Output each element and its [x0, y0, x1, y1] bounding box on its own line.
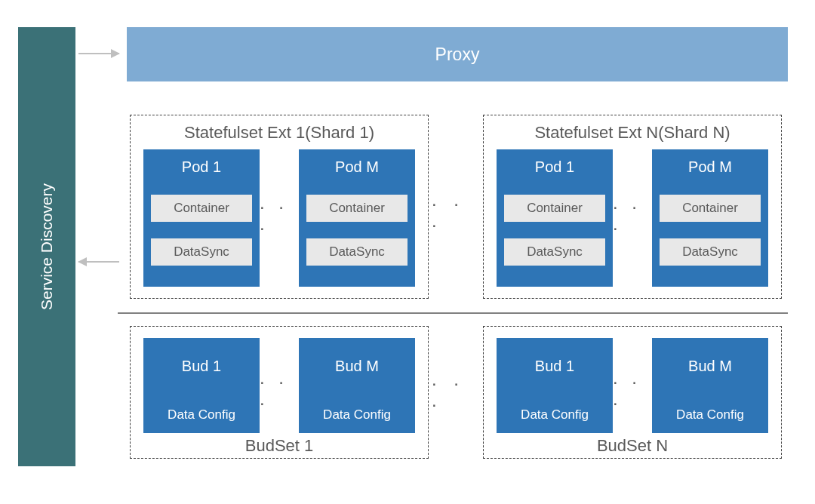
budset-1-title: BudSet 1: [130, 436, 429, 456]
pod-title: Pod 1: [143, 158, 260, 176]
ellipsis-icon: . . .: [613, 377, 652, 400]
proxy-label: Proxy: [435, 45, 480, 65]
ellipsis-icon: . . .: [260, 202, 299, 225]
bud-title: Bud M: [652, 358, 768, 375]
service-discovery-panel: Service Discovery: [18, 27, 75, 466]
bud-m-set-n: Bud M Data Config: [652, 338, 768, 433]
pod-1-shard-1: Pod 1 Container DataSync: [143, 149, 260, 287]
proxy-box: Proxy: [127, 27, 788, 81]
container-label: Container: [660, 195, 761, 222]
arrow-to-proxy-icon: [78, 53, 119, 54]
bud-sub: Data Config: [143, 407, 260, 423]
bud-1-set-1: Bud 1 Data Config: [143, 338, 260, 433]
ellipsis-icon: . . .: [260, 377, 299, 400]
bud-1-set-n: Bud 1 Data Config: [497, 338, 613, 433]
bud-title: Bud M: [299, 358, 415, 375]
service-discovery-label: Service Discovery: [38, 183, 56, 310]
shard-1-title: Statefulset Ext 1(Shard 1): [131, 123, 428, 143]
container-label: Container: [306, 195, 408, 222]
ellipsis-icon: . . .: [613, 202, 652, 225]
ellipsis-icon: . . .: [432, 379, 480, 401]
bud-sub: Data Config: [497, 407, 613, 423]
ellipsis-icon: . . .: [432, 199, 480, 222]
pod-title: Pod 1: [497, 158, 613, 176]
pod-m-shard-1: Pod M Container DataSync: [299, 149, 415, 287]
bud-m-set-1: Bud M Data Config: [299, 338, 415, 433]
container-label: Container: [504, 195, 605, 222]
bud-sub: Data Config: [299, 407, 415, 423]
bud-sub: Data Config: [652, 407, 768, 423]
datasync-label: DataSync: [151, 238, 252, 266]
bud-title: Bud 1: [497, 358, 613, 375]
budset-n-title: BudSet N: [483, 436, 782, 456]
shard-n-title: Statefulset Ext N(Shard N): [484, 123, 781, 143]
bud-title: Bud 1: [143, 358, 260, 375]
datasync-label: DataSync: [504, 238, 605, 266]
datasync-label: DataSync: [660, 238, 761, 266]
pod-title: Pod M: [299, 158, 415, 176]
architecture-diagram: Service Discovery Proxy Statefulset Ext …: [0, 0, 815, 504]
pod-m-shard-n: Pod M Container DataSync: [652, 149, 768, 287]
section-divider: [118, 312, 788, 314]
arrow-from-shards-icon: [78, 261, 119, 263]
pod-1-shard-n: Pod 1 Container DataSync: [497, 149, 613, 287]
datasync-label: DataSync: [306, 238, 408, 266]
container-label: Container: [151, 195, 252, 222]
pod-title: Pod M: [652, 158, 768, 176]
